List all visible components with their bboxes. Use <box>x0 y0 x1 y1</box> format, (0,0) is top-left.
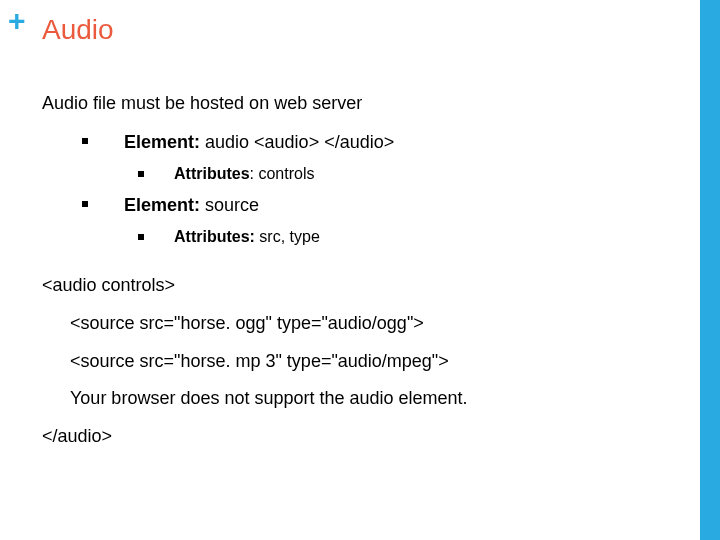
rest: audio <audio> </audio> <box>200 132 394 152</box>
code-line: <source src="horse. mp 3" type="audio/mp… <box>70 343 680 381</box>
plus-icon: + <box>8 6 26 36</box>
list-text: Element: source <box>124 192 259 219</box>
intro-text: Audio file must be hosted on web server <box>42 90 680 117</box>
code-line: </audio> <box>42 418 680 456</box>
label: Attributes: <box>174 228 255 245</box>
code-line: <audio controls> <box>42 267 680 305</box>
code-block: <audio controls> <source src="horse. ogg… <box>42 267 680 456</box>
rest: src, type <box>255 228 320 245</box>
list-item: Attributes: controls <box>138 162 680 186</box>
label: Element: <box>124 195 200 215</box>
page-title: Audio <box>42 14 114 46</box>
accent-bar <box>700 0 720 540</box>
label: Element: <box>124 132 200 152</box>
slide: + Audio Audio file must be hosted on web… <box>0 0 720 540</box>
label: Attributes <box>174 165 250 182</box>
bullet-icon <box>138 234 144 240</box>
list-text: Attributes: controls <box>174 162 314 186</box>
body: Audio file must be hosted on web server … <box>42 90 680 456</box>
bullet-icon <box>138 171 144 177</box>
list-item: Attributes: src, type <box>138 225 680 249</box>
code-line: <source src="horse. ogg" type="audio/ogg… <box>70 305 680 343</box>
list-text: Attributes: src, type <box>174 225 320 249</box>
code-line: Your browser does not support the audio … <box>70 380 680 418</box>
rest: : controls <box>250 165 315 182</box>
bullet-icon <box>82 201 88 207</box>
bullet-icon <box>82 138 88 144</box>
list-item: Element: source <box>82 192 680 219</box>
list-item: Element: audio <audio> </audio> <box>82 129 680 156</box>
rest: source <box>200 195 259 215</box>
list-text: Element: audio <audio> </audio> <box>124 129 394 156</box>
